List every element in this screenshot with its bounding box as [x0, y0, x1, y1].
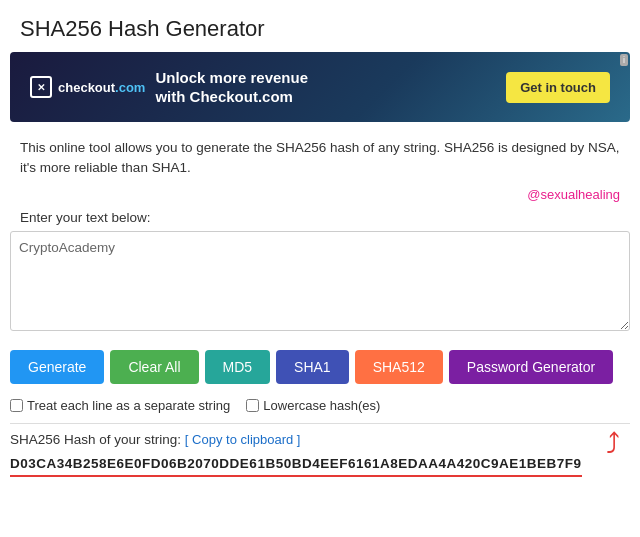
hash-label: SHA256 Hash of your string: — [10, 432, 181, 447]
hash-output-wrapper: D03CA34B258E6E0FD06B2070DDE61B50BD4EEF61… — [0, 451, 640, 491]
treat-each-line-label[interactable]: Treat each line as a separate string — [10, 398, 230, 413]
description-text: This online tool allows you to generate … — [0, 138, 640, 187]
text-input[interactable] — [10, 231, 630, 331]
clear-all-button[interactable]: Clear All — [110, 350, 198, 384]
textarea-wrapper — [10, 231, 630, 334]
hash-value: D03CA34B258E6E0FD06B2070DDE61B50BD4EEF61… — [10, 456, 582, 477]
lowercase-checkbox[interactable] — [246, 399, 259, 412]
checkout-logo: ✕ checkout.com — [30, 76, 145, 98]
sha512-button[interactable]: SHA512 — [355, 350, 443, 384]
copy-to-clipboard-link[interactable]: [ Copy to clipboard ] — [185, 432, 301, 447]
checkout-name: checkout — [58, 80, 115, 95]
page-title: SHA256 Hash Generator — [0, 0, 640, 52]
social-handle: @sexualhealing — [0, 187, 640, 202]
ad-banner: ✕ checkout.com Unlock more revenue with … — [10, 52, 630, 122]
treat-each-line-checkbox[interactable] — [10, 399, 23, 412]
ad-cta-button[interactable]: Get in touch — [506, 72, 610, 103]
ad-banner-left: ✕ checkout.com Unlock more revenue with … — [30, 68, 308, 107]
ad-line2: with Checkout.com — [155, 88, 293, 105]
hash-label-row: SHA256 Hash of your string: [ Copy to cl… — [0, 424, 640, 451]
password-generator-button[interactable]: Password Generator — [449, 350, 613, 384]
checkout-domain: .com — [115, 80, 145, 95]
ad-badge: i — [620, 54, 628, 66]
checkout-text: checkout.com — [58, 80, 145, 95]
enter-label: Enter your text below: — [0, 206, 640, 231]
arrow-icon: ⤴ — [606, 429, 620, 461]
button-row: Generate Clear All MD5 SHA1 SHA512 Passw… — [0, 344, 640, 394]
options-row: Treat each line as a separate string Low… — [0, 394, 640, 423]
generate-button[interactable]: Generate — [10, 350, 104, 384]
sha1-button[interactable]: SHA1 — [276, 350, 349, 384]
lowercase-label[interactable]: Lowercase hash(es) — [246, 398, 380, 413]
md5-button[interactable]: MD5 — [205, 350, 271, 384]
ad-headline: Unlock more revenue with Checkout.com — [155, 68, 308, 107]
checkout-icon: ✕ — [30, 76, 52, 98]
ad-line1: Unlock more revenue — [155, 69, 308, 86]
treat-each-line-text: Treat each line as a separate string — [27, 398, 230, 413]
lowercase-text: Lowercase hash(es) — [263, 398, 380, 413]
